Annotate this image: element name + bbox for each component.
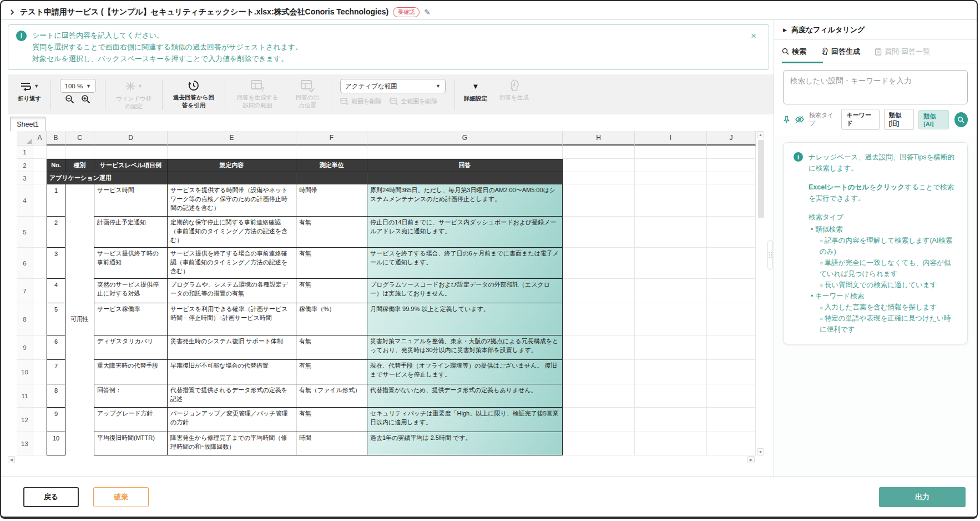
delete-all-ranges-button[interactable]: x 全範囲を削除 <box>390 97 437 106</box>
cell-B11[interactable]: 8 <box>47 384 65 408</box>
cell-I6[interactable] <box>635 248 707 279</box>
zoom-in-icon[interactable] <box>81 94 90 104</box>
column-header-J[interactable]: J <box>707 131 756 146</box>
cell-F12[interactable]: 有無 <box>296 408 367 432</box>
cell-I9[interactable] <box>635 335 707 360</box>
advanced-filtering-toggle[interactable]: ▶ 高度なフィルタリング <box>774 20 977 40</box>
scroll-right-icon[interactable]: ▶ <box>747 456 755 463</box>
discard-button[interactable]: 破棄 <box>93 487 149 507</box>
column-header-D[interactable]: D <box>94 131 168 146</box>
cell-F1[interactable] <box>296 146 367 159</box>
output-button[interactable]: 出力 <box>879 487 966 507</box>
cell-G10[interactable]: 現在、代替手段（オフライン環境等）の提供はございません。 復旧までサービスを停止… <box>367 360 563 384</box>
quote-past-answers-button[interactable]: 過去回答から回答を引用 <box>167 78 220 112</box>
cell-D9[interactable]: ディザスタリカバリ <box>94 335 168 360</box>
search-button[interactable] <box>954 112 968 127</box>
cell-I10[interactable] <box>635 360 707 384</box>
cell-H2[interactable] <box>563 159 635 172</box>
cell-H11[interactable] <box>563 384 635 408</box>
column-header-F[interactable]: F <box>296 131 367 146</box>
cell-C10[interactable] <box>65 360 94 384</box>
cell-J12[interactable] <box>707 408 756 432</box>
cell-B10[interactable]: 7 <box>47 360 65 384</box>
cell-J11[interactable] <box>707 384 756 408</box>
cell-D10[interactable]: 重大障害時の代替手段 <box>94 360 168 384</box>
tab-question-answer-list[interactable]: 質問-回答一覧 <box>875 40 930 63</box>
cell-I3[interactable] <box>635 172 707 184</box>
cell-B12[interactable]: 9 <box>47 408 65 432</box>
row-header-12[interactable]: 12 <box>17 408 33 432</box>
cell-B6[interactable]: 3 <box>47 248 65 279</box>
cell-H5[interactable] <box>563 217 635 248</box>
cell-G9[interactable]: 災害対策マニュアルを整備。東京・大阪の2拠点による冗長構成をとっており、発災時は… <box>367 335 563 360</box>
cell-G2[interactable]: 回答 <box>367 159 563 172</box>
chip-keyword[interactable]: キーワード <box>841 109 879 130</box>
answer-output-position-button[interactable]: 回答の出力位置 <box>289 78 326 112</box>
advanced-settings-button[interactable]: ▼ 詳細設定 <box>459 78 492 112</box>
cell-I5[interactable] <box>635 217 707 248</box>
cell-E13[interactable]: 障害発生から修理完了までの平均時間（修理時間の和÷故障回数） <box>168 432 296 455</box>
close-banner-icon[interactable]: × <box>751 31 756 42</box>
cell-E5[interactable]: 定期的な保守停止に関する事前連絡確認（事前通知のタイミング／方法の記述を含む） <box>168 217 296 248</box>
cell-A11[interactable] <box>33 384 47 408</box>
row-header-13[interactable]: 13 <box>17 432 33 455</box>
cell-J6[interactable] <box>707 248 756 279</box>
cell-H8[interactable] <box>563 303 635 335</box>
back-button[interactable]: 戻る <box>23 487 79 507</box>
cell-C2[interactable]: 種別 <box>65 159 94 172</box>
wrap-button[interactable]: ▼ 折り返す <box>13 78 46 112</box>
chip-similar-ai[interactable]: 類似[AI] <box>918 110 948 129</box>
cell-J2[interactable] <box>707 159 756 172</box>
cell-I1[interactable] <box>635 146 707 159</box>
cell-F3[interactable] <box>296 172 367 184</box>
cell-C8[interactable]: 可用性 <box>65 303 94 335</box>
cell-H9[interactable] <box>563 335 635 360</box>
cell-H6[interactable] <box>563 248 635 279</box>
cell-I4[interactable] <box>635 184 707 217</box>
column-header-E[interactable]: E <box>168 131 296 146</box>
column-header-G[interactable]: G <box>367 131 563 146</box>
cell-D1[interactable] <box>94 146 168 159</box>
cell-H12[interactable] <box>563 408 635 432</box>
cell-C1[interactable] <box>65 146 94 159</box>
cell-D4[interactable]: サービス時間 <box>94 184 168 217</box>
cell-B8[interactable]: 5 <box>47 303 65 335</box>
cell-F2[interactable]: 測定単位 <box>296 159 367 172</box>
tab-answer-generation[interactable]: 回答生成 <box>821 40 860 63</box>
cell-E11[interactable]: 代替措置で提供されるデータ形式の定義を記述 <box>168 384 296 408</box>
cell-I7[interactable] <box>635 279 707 303</box>
cell-J9[interactable] <box>707 335 756 360</box>
row-header-5[interactable]: 5 <box>17 217 33 248</box>
cell-E1[interactable] <box>168 146 296 159</box>
row-header-2[interactable]: 2 <box>17 159 33 172</box>
cell-H13[interactable] <box>563 432 635 455</box>
cell-C11[interactable] <box>65 384 94 408</box>
cell-F9[interactable]: 有無 <box>296 335 367 360</box>
cell-J10[interactable] <box>707 360 756 384</box>
cell-B4[interactable]: 1 <box>47 184 65 217</box>
cell-C12[interactable] <box>65 408 94 432</box>
column-header-H[interactable]: H <box>563 131 635 146</box>
cell-D11[interactable]: 回答例： <box>94 384 168 408</box>
select-all-corner[interactable] <box>17 131 33 146</box>
cell-G6[interactable]: サービスを終了する場合、終了日の6ヶ月前までに書面または電子メールにて通知します… <box>367 248 563 279</box>
cell-D6[interactable]: サービス提供終了時の事前通知 <box>94 248 168 279</box>
cell-I2[interactable] <box>635 159 707 172</box>
cell-E4[interactable]: サービスを提供する時間帯（設備やネットワーク等の点検／保守のための計画停止時間の… <box>168 184 296 217</box>
cell-H1[interactable] <box>563 146 635 159</box>
cell-D7[interactable]: 突然のサービス提供停止に対する対処 <box>94 279 168 303</box>
cell-J8[interactable] <box>707 303 756 335</box>
row-header-8[interactable]: 8 <box>17 303 33 335</box>
cell-B1[interactable] <box>47 146 65 159</box>
cell-J13[interactable] <box>707 432 756 455</box>
cell-F4[interactable]: 時間帯 <box>296 184 367 217</box>
cell-E3[interactable] <box>168 172 296 184</box>
cell-B7[interactable]: 4 <box>47 279 65 303</box>
cell-G1[interactable] <box>367 146 563 159</box>
row-header-6[interactable]: 6 <box>17 248 33 279</box>
cell-D2[interactable]: サービスレベル項目例 <box>94 159 168 172</box>
cell-G7[interactable]: プログラムソースコードおよび設定データの外部預託（エスクロー）は実施しておりませ… <box>367 279 563 303</box>
cell-E10[interactable]: 早期復旧が不可能な場合の代替措置 <box>168 360 296 384</box>
cell-H10[interactable] <box>563 360 635 384</box>
sheet-tab[interactable]: Sheet1 <box>10 117 46 131</box>
